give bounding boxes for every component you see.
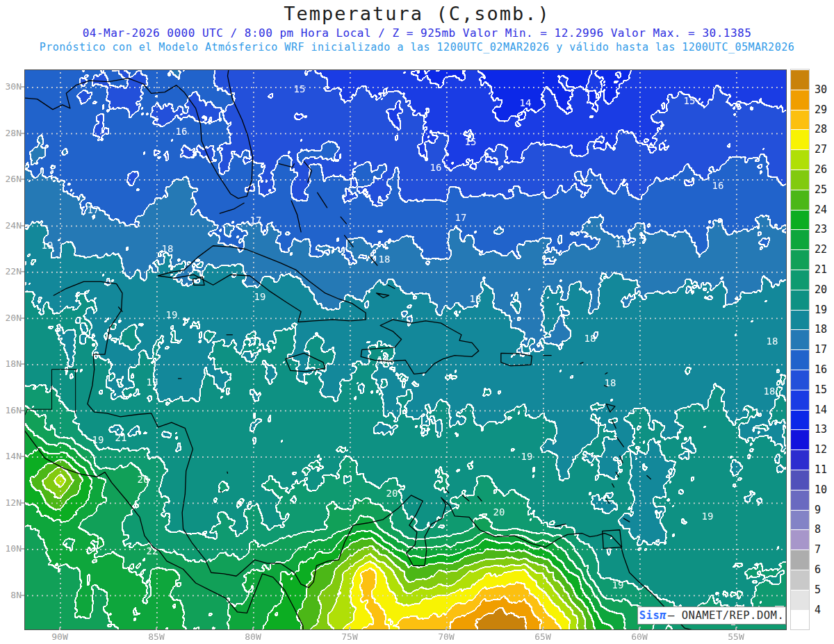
colorbar-segment-20: [791, 270, 809, 290]
lon-axis-tick: [349, 627, 350, 630]
colorbar-segment-13: [791, 410, 809, 430]
lon-axis-label-85W: 85W: [142, 631, 170, 642]
colorbar-segment-7: [791, 529, 809, 550]
colorbar-segment-11: [791, 449, 809, 470]
colorbar-segment-below-4: [791, 610, 809, 630]
lon-axis-label-75W: 75W: [336, 631, 363, 642]
colorbar-segment-10: [791, 470, 809, 490]
colorbar-segment-26: [791, 149, 809, 170]
colorbar-label-10: 10: [815, 484, 833, 496]
colorbar-segment-24: [791, 190, 809, 210]
lat-axis-tick: [21, 225, 24, 226]
lon-axis-tick: [445, 627, 447, 630]
colorbar-label-18: 18: [815, 323, 833, 336]
lon-axis-label-65W: 65W: [529, 631, 557, 642]
colorbar-segment-21: [791, 249, 809, 270]
colorbar-label-11: 11: [815, 463, 833, 476]
colorbar-label-20: 20: [815, 283, 833, 296]
lon-axis-label-55W: 55W: [722, 631, 750, 642]
subtitle-model-info: Pronóstico con el Modelo Atmósferico WRF…: [0, 41, 834, 53]
colorbar-label-7: 7: [815, 543, 833, 556]
colorbar-label-16: 16: [815, 363, 833, 376]
colorbar-segment-4: [791, 590, 809, 610]
colorbar-label-28: 28: [815, 123, 833, 135]
watermark-badge: Sisπ– ONAMET/REP.DOM.: [637, 606, 786, 625]
watermark-pi-icon: π: [660, 609, 667, 622]
lat-axis-label-18N: 18N: [1, 358, 22, 369]
colorbar-segment-30: [791, 69, 809, 90]
colorbar-label-14: 14: [815, 404, 833, 416]
map-frame: [24, 69, 787, 630]
watermark-agency: – ONAMET/REP.DOM.: [668, 609, 784, 622]
lat-axis-label-14N: 14N: [1, 451, 22, 461]
lat-axis-label-16N: 16N: [1, 405, 22, 415]
lat-axis-tick: [21, 456, 24, 457]
subtitle-validity: 04-Mar-2026 0000 UTC / 8:00 pm Hora Loca…: [0, 26, 834, 40]
lat-axis-label-10N: 10N: [1, 543, 22, 554]
lon-axis-label-60W: 60W: [626, 631, 653, 642]
lat-axis-tick: [21, 548, 24, 550]
lat-axis-tick: [21, 363, 24, 365]
lon-axis-label-90W: 90W: [46, 631, 74, 642]
lon-axis-tick: [542, 627, 543, 630]
header: Temperatura (C,somb.) 04-Mar-2026 0000 U…: [0, 0, 834, 53]
colorbar-segment-15: [791, 370, 809, 390]
colorbar-segment-18: [791, 310, 809, 330]
weather-map-page: Temperatura (C,somb.) 04-Mar-2026 0000 U…: [0, 0, 834, 644]
colorbar-segment-16: [791, 349, 809, 370]
colorbar-label-29: 29: [815, 104, 833, 116]
lat-axis-label-24N: 24N: [1, 220, 22, 231]
watermark-sis: Sis: [639, 609, 660, 622]
colorbar-label-30: 30: [815, 83, 833, 96]
colorbar-segment-19: [791, 290, 809, 310]
colorbar-label-23: 23: [815, 223, 833, 236]
colorbar-label-9: 9: [815, 504, 833, 516]
colorbar-label-17: 17: [815, 343, 833, 356]
lat-axis-label-20N: 20N: [1, 313, 22, 323]
temperature-map-canvas: [25, 70, 786, 629]
lon-axis-tick: [59, 627, 60, 630]
lat-axis-tick: [21, 271, 24, 272]
colorbar-label-27: 27: [815, 143, 833, 156]
lon-axis-tick: [156, 627, 157, 630]
lon-axis-tick: [735, 627, 737, 630]
lat-axis-label-22N: 22N: [1, 266, 22, 276]
colorbar-label-26: 26: [815, 163, 833, 176]
lat-axis-tick: [21, 317, 24, 319]
colorbar-segment-6: [791, 550, 809, 570]
colorbar-label-6: 6: [815, 563, 833, 576]
colorbar-label-22: 22: [815, 243, 833, 256]
lat-axis-tick: [21, 86, 24, 88]
colorbar-label-5: 5: [815, 584, 833, 596]
colorbar-label-21: 21: [815, 263, 833, 276]
lat-axis-tick: [21, 179, 24, 180]
lat-axis-label-30N: 30N: [1, 81, 22, 92]
colorbar-label-13: 13: [815, 423, 833, 436]
lat-axis-label-12N: 12N: [1, 497, 22, 508]
lat-axis-tick: [21, 410, 24, 411]
colorbar-segment-28: [791, 110, 809, 130]
colorbar-segment-27: [791, 129, 809, 149]
lon-axis-label-70W: 70W: [432, 631, 460, 642]
colorbar-segment-12: [791, 429, 809, 449]
lat-axis-label-28N: 28N: [1, 128, 22, 138]
colorbar-segment-29: [791, 90, 809, 110]
lat-axis-tick: [21, 502, 24, 504]
colorbar-segment-17: [791, 329, 809, 349]
lat-axis-label-8N: 8N: [1, 590, 22, 600]
colorbar-label-12: 12: [815, 443, 833, 456]
colorbar-segment-25: [791, 170, 809, 190]
colorbar-label-15: 15: [815, 383, 833, 396]
colorbar: [791, 69, 809, 629]
colorbar-label-24: 24: [815, 204, 833, 216]
colorbar-label-19: 19: [815, 304, 833, 316]
lon-axis-tick: [252, 627, 254, 630]
colorbar-segment-9: [791, 490, 809, 510]
lat-axis-tick: [21, 133, 24, 134]
lon-axis-label-80W: 80W: [239, 631, 267, 642]
lon-axis-tick: [639, 627, 640, 630]
colorbar-segment-23: [791, 210, 809, 230]
lat-axis-label-26N: 26N: [1, 174, 22, 184]
colorbar-segment-8: [791, 510, 809, 530]
colorbar-segment-14: [791, 390, 809, 410]
